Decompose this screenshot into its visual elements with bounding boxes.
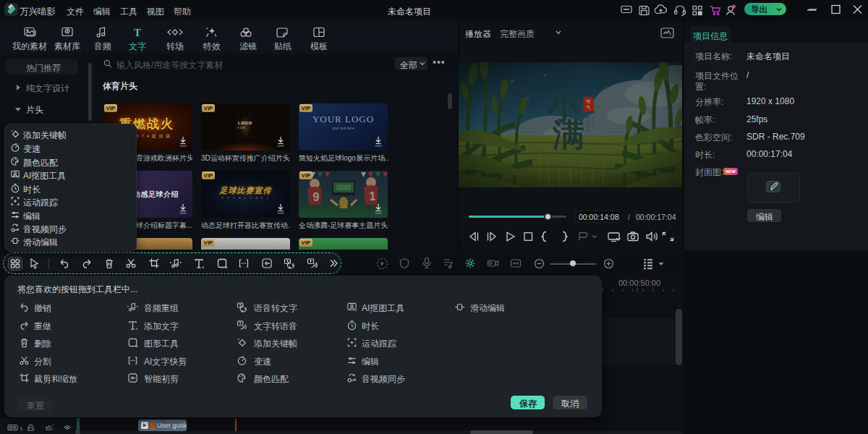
svg-text:1: 1 bbox=[20, 425, 23, 432]
svg-text:T: T bbox=[134, 27, 141, 38]
